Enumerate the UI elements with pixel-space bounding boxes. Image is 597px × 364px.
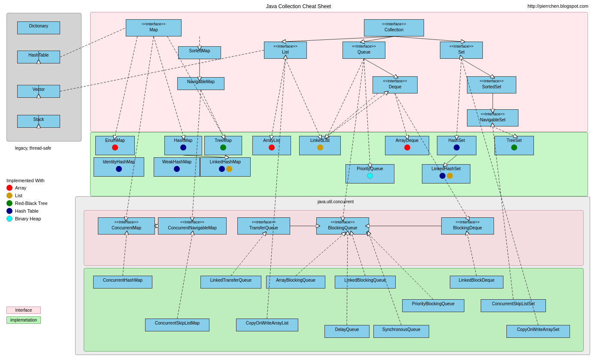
concurrenthashmap-box: ConcurrentHashMap (93, 276, 152, 289)
hashtable-box: HashTable (17, 51, 60, 63)
interface-box-sample: Interface (6, 307, 41, 314)
stack-box: Stack (17, 115, 60, 128)
concurrentnavigablemap-box: <<Interface>>ConcurrentNavigableMap (158, 217, 227, 235)
linkedblockdeque-box: LinkedBlockDeque (450, 276, 503, 289)
rbtree-label: Red-Black Tree (15, 201, 48, 206)
binaryheap-label: Binary Heap (15, 216, 41, 221)
legend-list: List (6, 193, 82, 199)
legend-rbtree: Red-Black Tree (6, 200, 82, 206)
legacy-label: legacy, thread-safe (15, 146, 51, 150)
concurrentskiplistmap-box: ConcurrentSkipListMap (145, 319, 209, 331)
set-interface-box: <<Interface>>Set (440, 42, 483, 59)
queue-interface-box: <<Interface>>Queue (342, 42, 385, 59)
blockingdeque-box: <<Interface>>BlockingDeque (441, 217, 494, 235)
linkedblockingqueue-box: LinkedBlockingQueue (335, 276, 396, 289)
hashtable-dot (6, 208, 12, 214)
hashmap-box: HashMap (164, 136, 202, 155)
navigableset-interface-box: <<Interface>>NavigableSet (467, 109, 518, 126)
linkedhashmap-box: LinkedHashMap (200, 157, 251, 177)
enummap-box: EnumMap (95, 136, 135, 155)
copyonwritearrayset-box: CopyOnWriteArraySet (506, 325, 570, 338)
delayqueue-box: DelayQueue (324, 325, 370, 338)
legend-array: Array (6, 185, 82, 191)
hashset-box: HashSet (437, 136, 476, 155)
arrayblockingqueue-box: ArrayBlockingQueue (266, 276, 325, 289)
sortedmap-box: SortedMap (178, 46, 221, 59)
legend-types: Interface implemetation (6, 307, 43, 326)
transferqueue-box: <<Interface>>TransferQueue (237, 217, 290, 235)
sortedset-interface-box: <<Interface>>SortedSet (467, 76, 516, 93)
priorityqueue-box: PriorityQueue (345, 164, 394, 184)
arraylist-box: ArrayList (252, 136, 291, 155)
synchronousqueue-box: SynchronousQueue (373, 325, 429, 338)
concurrentmap-box: <<Interface>>ConcurrentMap (98, 217, 155, 235)
arraydeque-box: ArrayDeque (385, 136, 429, 155)
blockingqueue-box: <<Interface>>BlockingQueue (316, 217, 369, 235)
linkedlist-box: LinkedList (299, 136, 341, 155)
hashtable-label: Hash Table (15, 208, 39, 214)
list-interface-box: <<Interface>>List (264, 42, 307, 59)
treeset-box: TreeSet (494, 136, 534, 155)
page-title: Java Collection Cheat Sheet (266, 3, 331, 9)
legend-binaryheap: Binary Heap (6, 216, 82, 222)
navigablemap-box: NavigableMap (177, 77, 224, 90)
legend-impl-item: implemetation (6, 316, 43, 324)
weakhashmap-box: WeakHashMap (154, 157, 200, 177)
array-label: Array (15, 185, 26, 190)
page-url: http://pierrchen.blogspot.com (527, 3, 588, 9)
legend-title: Implemented With (6, 178, 82, 183)
map-interface-box: <<Interface>>Map (126, 19, 182, 36)
rbtree-dot (6, 200, 12, 206)
linkedtransferqueue-box: LinkedTransferQueue (200, 276, 261, 289)
vector-box: Vector (17, 85, 60, 98)
legend: Implemented With Array List Red-Black Tr… (6, 178, 82, 223)
impl-box-sample: implemetation (6, 316, 41, 324)
legend-interface-item: Interface (6, 307, 43, 314)
list-dot (6, 193, 12, 199)
legend-hashtable: Hash Table (6, 208, 82, 214)
concurrent-label: java.util.concurrent (318, 199, 354, 204)
dictionary-box: Dictionary (17, 21, 60, 34)
identityhashmap-box: IdentityHashMap (94, 157, 144, 177)
binaryheap-dot (6, 216, 12, 222)
deque-interface-box: <<Interface>>Deque (373, 76, 418, 93)
collection-interface-box: <<Interface>>Collection (364, 19, 424, 36)
concurrentskiplistset-box: ConcurrentSkipListSet (481, 299, 546, 312)
list-label: List (15, 193, 22, 198)
linkedhashset-box: LinkedHashSet (422, 164, 470, 184)
copyonwritearraylist-box: CopyOnWriteArrayList (236, 319, 298, 331)
treemap-box: TreeMap (204, 136, 242, 155)
priorityblockingqueue-box: PriorityBlockingQueue (402, 299, 464, 312)
array-dot (6, 185, 12, 191)
